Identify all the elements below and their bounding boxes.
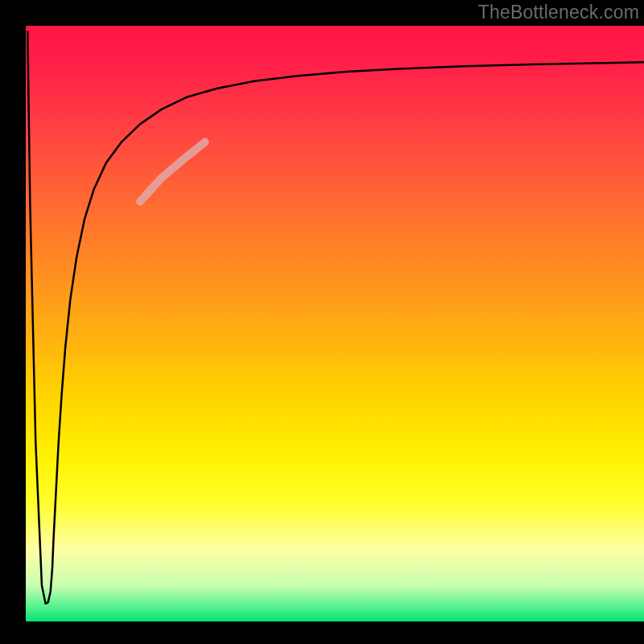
watermark-text: TheBottleneck.com — [478, 2, 639, 23]
chart-stage: TheBottleneck.com — [0, 0, 644, 644]
highlight-curve — [140, 142, 205, 201]
plot-area — [26, 26, 644, 621]
curve-svg — [26, 26, 644, 621]
main-curve — [27, 31, 644, 603]
